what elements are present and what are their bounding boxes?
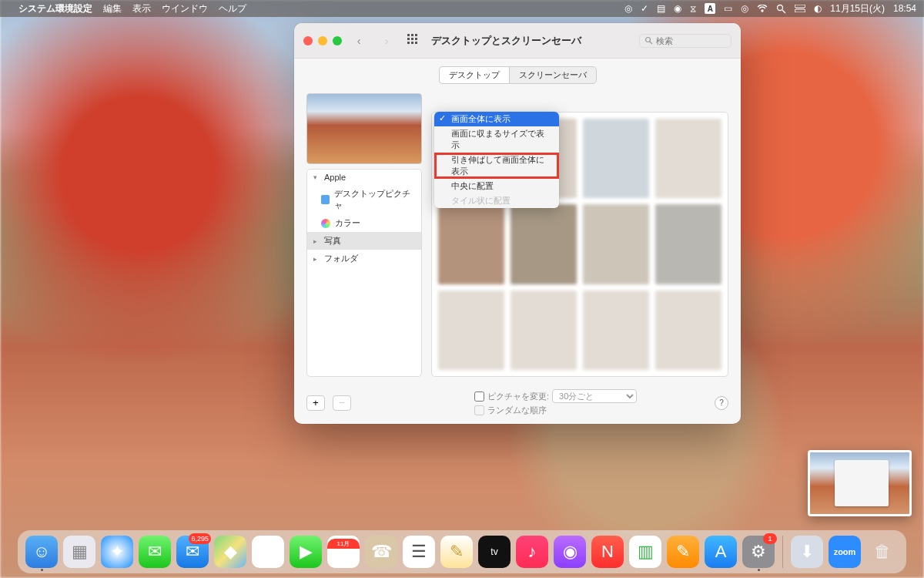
tab-desktop[interactable]: デスクトップ [439,66,509,84]
add-folder-button[interactable]: + [306,395,325,411]
help-button[interactable]: ? [715,396,728,410]
random-order-input[interactable] [474,405,484,415]
dock-system-preferences[interactable]: ⚙1 [742,536,775,568]
change-picture-checkbox[interactable]: ピクチャを変更: 30分ごと [474,389,637,403]
wallpaper-thumbnail[interactable] [655,119,721,198]
menu-view[interactable]: 表示 [132,2,151,15]
fit-option-tile[interactable]: タイル状に配置 [434,193,559,208]
desktop-spaces-preview[interactable] [808,450,912,516]
siri-icon[interactable]: ◐ [814,3,822,14]
dock-photos[interactable]: ✿ [252,536,284,568]
dock-reminders[interactable]: ☰ [403,536,435,568]
wallpaper-thumbnail[interactable] [583,291,649,370]
svg-rect-6 [415,34,417,36]
app-menu[interactable]: システム環境設定 [18,2,92,15]
svg-rect-3 [795,9,805,12]
menu-help[interactable]: ヘルプ [219,2,246,15]
menubar-date[interactable]: 11月15日(火) [830,2,885,15]
menubar: システム環境設定 編集 表示 ウインドウ ヘルプ ◎ ✓ ▤ ◉ ⧖ A ▭ ◎… [0,0,924,17]
svg-rect-8 [411,38,413,40]
close-button[interactable] [303,36,313,45]
svg-rect-10 [407,42,410,44]
dock-contacts[interactable]: ☎ [365,536,397,568]
svg-line-1 [782,10,785,13]
dock-tv[interactable]: tv [478,536,511,568]
search-icon [644,36,653,45]
dock-numbers[interactable]: ▥ [629,536,661,568]
dock-music[interactable]: ♪ [516,536,548,568]
airdrop-icon[interactable]: ◎ [741,3,748,14]
tab-bar: デスクトップ スクリーンセーバ [294,59,741,93]
wallpaper-thumbnail[interactable] [583,119,649,198]
control-center-icon[interactable] [795,5,805,12]
sysprefs-badge: 1 [763,533,777,544]
menu-extra-2-icon[interactable]: ✓ [641,3,648,14]
menubar-time[interactable]: 18:54 [893,3,916,14]
source-list[interactable]: ▾Apple デスクトップピクチャ カラー ▸写真 ▸フォルダ [306,169,422,377]
source-photos[interactable]: ▸写真 [307,232,421,250]
system-preferences-window: ‹ › デスクトップとスクリーンセーバ デスクトップ スクリーンセーバ ▾App… [294,23,741,424]
dock-finder[interactable]: ☺ [25,536,58,568]
source-desktop-pictures[interactable]: デスクトップピクチャ [307,185,421,214]
maximize-button[interactable] [333,36,342,45]
dock-news[interactable]: N [591,536,624,568]
dock-messages[interactable]: ✉ [139,536,171,568]
source-folders[interactable]: ▸フォルダ [307,250,421,267]
all-prefs-grid-icon[interactable] [403,33,422,48]
menu-window[interactable]: ウインドウ [162,2,208,15]
random-order-label: ランダムな順序 [487,405,547,416]
fit-option-stretch[interactable]: 引き伸ばして画面全体に表示 [434,153,559,179]
svg-rect-9 [415,38,417,40]
fit-mode-menu[interactable]: 画面全体に表示 画面に収まるサイズで表示 引き伸ばして画面全体に表示 中央に配置… [434,112,559,208]
dock-safari[interactable]: ✦ [101,536,133,568]
dock-downloads-stack[interactable]: ⬇ [791,536,823,568]
wifi-icon[interactable] [757,5,768,12]
battery-icon[interactable]: ▭ [724,3,732,14]
change-picture-input[interactable] [474,391,484,402]
svg-rect-4 [407,34,410,36]
fit-option-fill-screen[interactable]: 画面全体に表示 [434,112,559,126]
source-colors[interactable]: カラー [307,214,421,232]
change-interval-select[interactable]: 30分ごと [552,389,637,403]
dock-facetime[interactable]: ▶ [290,536,322,568]
forward-button[interactable]: › [376,32,397,50]
source-apple[interactable]: ▾Apple [307,170,421,185]
wallpaper-thumbnail[interactable] [655,291,721,370]
dock-maps[interactable]: ◆ [214,536,246,568]
dock-mail[interactable]: ✉6,295 [176,536,209,568]
svg-rect-2 [795,5,805,8]
airplay-icon[interactable]: ◉ [674,3,681,14]
dock-podcasts[interactable]: ◉ [554,536,586,568]
bluetooth-icon[interactable]: ⧖ [690,3,696,14]
wallpaper-thumbnail[interactable] [438,291,504,370]
tab-screensaver[interactable]: スクリーンセーバ [509,66,597,84]
fit-option-fit-to-screen[interactable]: 画面に収まるサイズで表示 [434,126,559,153]
back-button[interactable]: ‹ [348,32,370,50]
dock-notes[interactable]: ✎ [440,536,473,568]
search-field[interactable] [639,34,732,48]
wallpaper-thumbnail[interactable] [511,291,577,370]
dock-launchpad[interactable]: ▦ [63,536,95,568]
random-order-checkbox[interactable]: ランダムな順序 [474,405,637,416]
fit-option-center[interactable]: 中央に配置 [434,179,559,193]
dock-appstore[interactable]: A [705,536,737,568]
menu-edit[interactable]: 編集 [103,2,122,15]
wallpaper-thumbnail[interactable] [438,204,504,284]
search-input[interactable] [656,36,718,45]
spotlight-icon[interactable] [776,4,786,14]
window-title: デスクトップとスクリーンセーバ [431,34,581,48]
wallpaper-thumbnail[interactable] [511,204,577,284]
clipboard-icon[interactable]: ▤ [657,3,665,14]
wallpaper-thumbnail[interactable] [655,204,721,284]
remove-folder-button[interactable]: − [333,395,351,411]
input-source-icon[interactable]: A [705,3,715,14]
dock-trash[interactable]: 🗑 [866,536,899,568]
wallpaper-thumbnail[interactable] [583,204,649,284]
dock-zoom[interactable]: zoom [829,536,861,568]
svg-point-0 [778,5,783,10]
dock-calendar[interactable]: 11月15 [327,536,360,568]
dock-keynote[interactable]: ✎ [667,536,699,568]
menu-extra-1-icon[interactable]: ◎ [624,3,632,14]
minimize-button[interactable] [318,36,327,45]
current-wallpaper-preview [306,93,422,164]
